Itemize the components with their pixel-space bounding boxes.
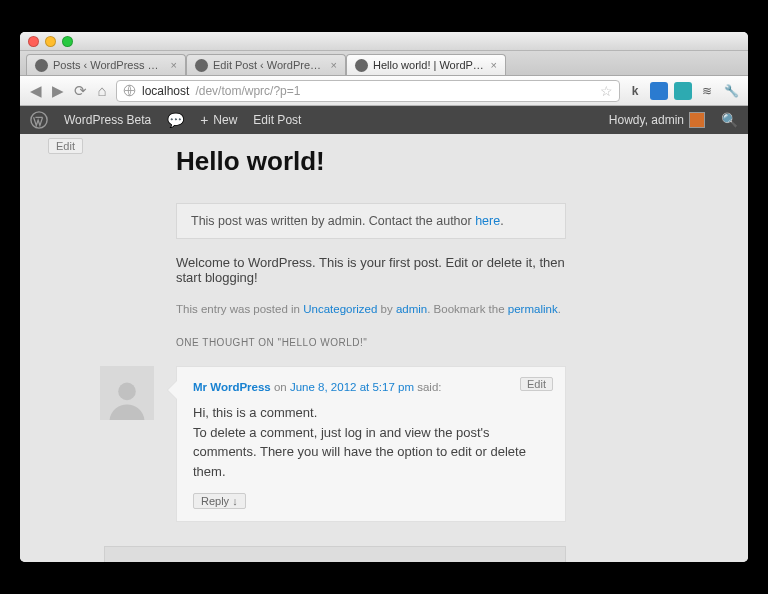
permalink-link[interactable]: permalink — [508, 303, 558, 315]
author-contact-link[interactable]: here — [475, 214, 500, 228]
author-link[interactable]: admin — [396, 303, 427, 315]
close-tab-icon[interactable]: × — [331, 59, 337, 71]
comment-author-link[interactable]: Mr WordPress — [193, 381, 271, 393]
wp-admin-bar: WordPress Beta 💬 + New Edit Post Howdy, … — [20, 106, 748, 134]
close-tab-icon[interactable]: × — [491, 59, 497, 71]
tab-title: Posts ‹ WordPress Beta — W… — [53, 59, 166, 71]
comment-meta: Mr WordPress on June 8, 2012 at 5:17 pm … — [193, 381, 549, 393]
comment-text-line: To delete a comment, just log in and vie… — [193, 423, 549, 482]
content-viewport: Edit Hello world! This post was written … — [20, 134, 748, 562]
svg-point-1 — [31, 112, 47, 128]
edit-post-link[interactable]: Edit — [48, 138, 83, 154]
address-host: localhost — [142, 84, 189, 98]
globe-icon — [123, 84, 136, 97]
author-note-box: This post was written by admin. Contact … — [176, 203, 566, 239]
browser-tab[interactable]: Hello world! | WordPress Bet… × — [346, 54, 506, 75]
comments-bubble-icon[interactable]: 💬 — [167, 112, 184, 128]
reply-form: Leave a Reply Logged in as admin. Log ou… — [104, 546, 566, 562]
close-tab-icon[interactable]: × — [171, 59, 177, 71]
user-avatar-icon — [689, 112, 705, 128]
comment: Edit Mr WordPress on June 8, 2012 at 5:1… — [176, 366, 566, 522]
adminbar-site-name[interactable]: WordPress Beta — [64, 113, 151, 127]
bookmark-star-icon[interactable]: ☆ — [600, 83, 613, 99]
minimize-window-button[interactable] — [45, 36, 56, 47]
chrome-settings-icon[interactable]: 🔧 — [722, 82, 740, 100]
post-meta: This entry was posted in Uncategorized b… — [176, 303, 566, 315]
wordpress-logo-icon[interactable] — [30, 111, 48, 129]
comment-body-box: Edit Mr WordPress on June 8, 2012 at 5:1… — [176, 366, 566, 522]
extension-blue-icon[interactable] — [650, 82, 668, 100]
comments-heading: One thought on "Hello World!" — [176, 337, 566, 348]
forward-button[interactable]: ▶ — [50, 82, 66, 100]
favicon-icon — [355, 59, 368, 72]
toolbar: ◀ ▶ ⟳ ⌂ localhost/dev/tom/wprc/?p=1 ☆ k … — [20, 76, 748, 106]
browser-tab[interactable]: Posts ‹ WordPress Beta — W… × — [26, 54, 186, 75]
window-titlebar — [20, 32, 748, 51]
post-title: Hello world! — [176, 146, 566, 177]
adminbar-new[interactable]: + New — [200, 113, 237, 127]
comment-date-link[interactable]: June 8, 2012 at 5:17 pm — [290, 381, 414, 393]
author-note-text: This post was written by admin. Contact … — [191, 214, 475, 228]
favicon-icon — [195, 59, 208, 72]
zoom-window-button[interactable] — [62, 36, 73, 47]
reload-button[interactable]: ⟳ — [72, 82, 88, 100]
adminbar-howdy-label: Howdy, admin — [609, 113, 684, 127]
address-path: /dev/tom/wprc/?p=1 — [195, 84, 300, 98]
address-bar[interactable]: localhost/dev/tom/wprc/?p=1 ☆ — [116, 80, 620, 102]
tab-title: Hello world! | WordPress Bet… — [373, 59, 486, 71]
adminbar-howdy[interactable]: Howdy, admin — [609, 112, 705, 128]
plus-icon: + — [200, 113, 208, 127]
extension-layers-icon[interactable]: ≋ — [698, 82, 716, 100]
tab-strip: Posts ‹ WordPress Beta — W… × Edit Post … — [20, 51, 748, 76]
browser-tab[interactable]: Edit Post ‹ WordPress Beta … × — [186, 54, 346, 75]
comment-avatar — [100, 366, 154, 420]
post-excerpt: Welcome to WordPress. This is your first… — [176, 255, 566, 285]
browser-window: Posts ‹ WordPress Beta — W… × Edit Post … — [20, 32, 748, 562]
adminbar-new-label: New — [213, 113, 237, 127]
close-window-button[interactable] — [28, 36, 39, 47]
comment-text-line: Hi, this is a comment. — [193, 403, 549, 423]
tab-title: Edit Post ‹ WordPress Beta … — [213, 59, 326, 71]
extension-k-icon[interactable]: k — [626, 82, 644, 100]
back-button[interactable]: ◀ — [28, 82, 44, 100]
comment-reply-button[interactable]: Reply ↓ — [193, 493, 246, 509]
extension-teal-icon[interactable] — [674, 82, 692, 100]
favicon-icon — [35, 59, 48, 72]
category-link[interactable]: Uncategorized — [303, 303, 377, 315]
adminbar-edit-post[interactable]: Edit Post — [253, 113, 301, 127]
svg-point-2 — [118, 383, 136, 401]
adminbar-search-icon[interactable]: 🔍 — [721, 112, 738, 128]
avatar-placeholder-icon — [105, 376, 149, 420]
home-button[interactable]: ⌂ — [94, 82, 110, 99]
comment-edit-button[interactable]: Edit — [520, 377, 553, 391]
